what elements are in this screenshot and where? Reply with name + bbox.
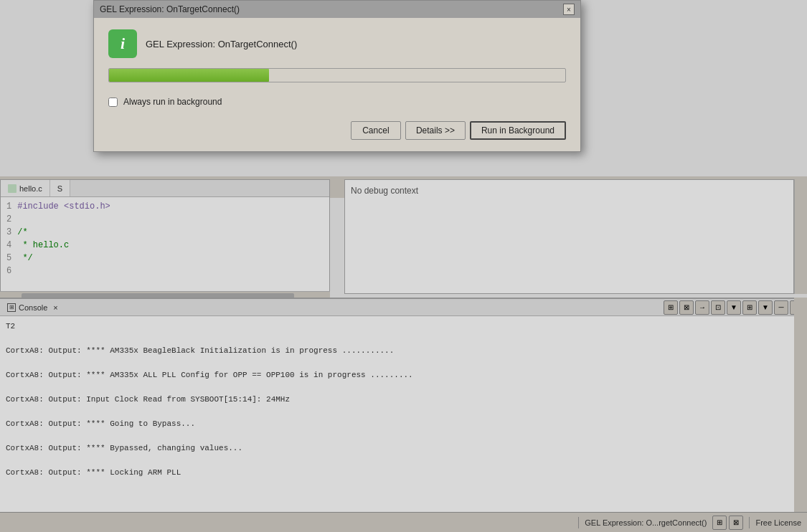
modal-body: i GEL Expression: OnTargetConnect() Alwa…: [94, 18, 580, 151]
progress-bar-fill: [109, 69, 269, 82]
modal-buttons: Cancel Details >> Run in Background: [108, 121, 566, 143]
always-run-checkbox[interactable]: [108, 98, 118, 107]
details-button[interactable]: Details >>: [405, 121, 466, 140]
run-in-background-button[interactable]: Run in Background: [470, 121, 566, 140]
modal-close-button[interactable]: ×: [563, 4, 575, 15]
modal-dialog-title: GEL Expression: OnTargetConnect(): [146, 39, 297, 49]
info-icon: i: [108, 29, 137, 58]
modal-dialog: GEL Expression: OnTargetConnect() × i GE…: [93, 0, 581, 152]
always-run-label[interactable]: Always run in background: [123, 97, 222, 107]
checkbox-row: Always run in background: [108, 97, 566, 107]
modal-titlebar: GEL Expression: OnTargetConnect() ×: [94, 1, 580, 18]
modal-title: GEL Expression: OnTargetConnect(): [100, 4, 240, 14]
modal-header-row: i GEL Expression: OnTargetConnect(): [108, 29, 566, 58]
progress-bar-container: [108, 68, 566, 82]
cancel-button[interactable]: Cancel: [351, 121, 401, 140]
